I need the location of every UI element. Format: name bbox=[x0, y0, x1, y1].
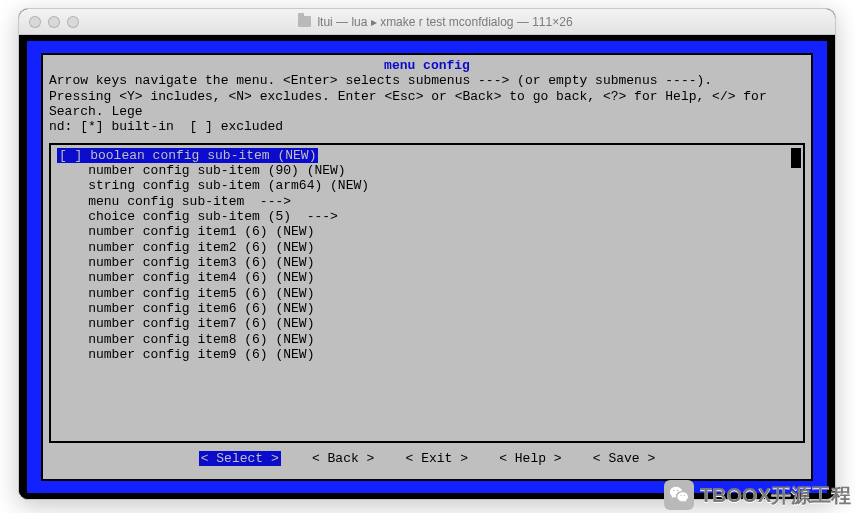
window-title: ltui — lua ▸ xmake r test mconfdialog — … bbox=[46, 15, 825, 29]
button-row: < Select > < Back > < Exit > < Help > < … bbox=[49, 451, 805, 466]
folder-icon bbox=[298, 16, 311, 27]
help-text-line2: Pressing <Y> includes, <N> excludes. Ent… bbox=[49, 89, 805, 120]
scrollbar-thumb[interactable] bbox=[791, 148, 801, 168]
menu-item[interactable]: number config item9 (6) (NEW) bbox=[57, 347, 793, 362]
menu-item[interactable]: number config sub-item (90) (NEW) bbox=[57, 163, 793, 178]
dialog-box: menu config Arrow keys navigate the menu… bbox=[41, 53, 813, 481]
help-text-line1: Arrow keys navigate the menu. <Enter> se… bbox=[49, 73, 805, 88]
save-button[interactable]: < Save > bbox=[593, 451, 655, 466]
help-button[interactable]: < Help > bbox=[499, 451, 561, 466]
menu-item[interactable]: number config item6 (6) (NEW) bbox=[57, 301, 793, 316]
menu-item[interactable]: number config item7 (6) (NEW) bbox=[57, 316, 793, 331]
select-button[interactable]: < Select > bbox=[199, 451, 281, 466]
menu-item[interactable]: number config item5 (6) (NEW) bbox=[57, 286, 793, 301]
menu-item[interactable]: choice config sub-item (5) ---> bbox=[57, 209, 793, 224]
menu-item[interactable]: number config item1 (6) (NEW) bbox=[57, 224, 793, 239]
menu-item[interactable]: string config sub-item (arm64) (NEW) bbox=[57, 178, 793, 193]
menu-item-selected[interactable]: [ ] boolean config sub-item (NEW) bbox=[57, 148, 318, 163]
watermark-text: TBOOX开源工程 bbox=[700, 482, 851, 509]
menu-list: [ ] boolean config sub-item (NEW) number… bbox=[49, 143, 805, 443]
menu-item[interactable]: number config item4 (6) (NEW) bbox=[57, 270, 793, 285]
close-icon[interactable] bbox=[29, 16, 41, 28]
back-button[interactable]: < Back > bbox=[312, 451, 374, 466]
wechat-icon bbox=[664, 480, 694, 510]
watermark: TBOOX开源工程 bbox=[664, 480, 851, 510]
exit-button[interactable]: < Exit > bbox=[406, 451, 468, 466]
menu-item[interactable]: number config item3 (6) (NEW) bbox=[57, 255, 793, 270]
menu-item[interactable]: menu config sub-item ---> bbox=[57, 194, 793, 209]
terminal-window: ltui — lua ▸ xmake r test mconfdialog — … bbox=[18, 8, 836, 500]
titlebar: ltui — lua ▸ xmake r test mconfdialog — … bbox=[19, 9, 835, 35]
terminal-body: menu config Arrow keys navigate the menu… bbox=[19, 35, 835, 499]
window-title-text: ltui — lua ▸ xmake r test mconfdialog — … bbox=[317, 15, 572, 29]
menu-item[interactable]: number config item2 (6) (NEW) bbox=[57, 240, 793, 255]
help-text-line3: nd: [*] built-in [ ] excluded bbox=[49, 119, 805, 134]
menu-item[interactable]: number config item8 (6) (NEW) bbox=[57, 332, 793, 347]
tui-background: menu config Arrow keys navigate the menu… bbox=[27, 41, 827, 493]
dialog-title: menu config bbox=[49, 58, 805, 73]
